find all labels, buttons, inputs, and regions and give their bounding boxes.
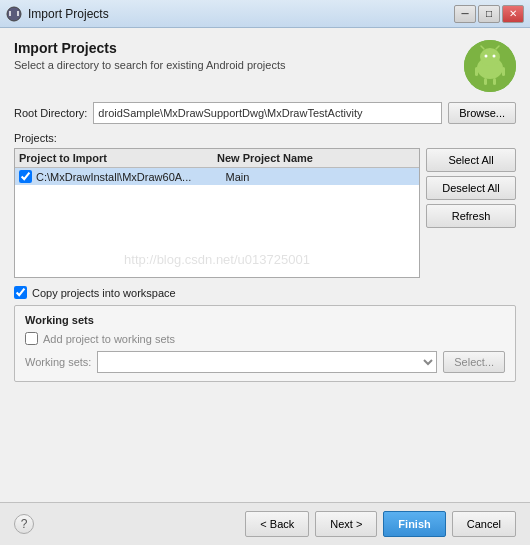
header-text: Import Projects Select a directory to se… (14, 40, 464, 71)
svg-rect-11 (502, 67, 505, 76)
close-button[interactable]: ✕ (502, 5, 524, 23)
android-logo (464, 40, 516, 92)
ws-label: Working sets: (25, 356, 91, 368)
working-sets-combo[interactable] (97, 351, 437, 373)
working-sets-row: Working sets: Select... (25, 351, 505, 373)
svg-point-0 (7, 7, 21, 21)
ws-select-button[interactable]: Select... (443, 351, 505, 373)
svg-point-5 (480, 48, 500, 66)
svg-point-7 (493, 55, 496, 58)
help-icon[interactable]: ? (14, 514, 34, 534)
minimize-button[interactable]: ─ (454, 5, 476, 23)
projects-table: Project to Import New Project Name C:\Mx… (14, 148, 420, 278)
row-project: C:\MxDrawInstall\MxDraw60A... (36, 171, 226, 183)
col-name-header: New Project Name (217, 152, 415, 164)
maximize-button[interactable]: □ (478, 5, 500, 23)
copy-checkbox[interactable] (14, 286, 27, 299)
deselect-all-button[interactable]: Deselect All (426, 176, 516, 200)
add-working-sets-checkbox[interactable] (25, 332, 38, 345)
window-controls: ─ □ ✕ (454, 5, 524, 23)
next-button[interactable]: Next > (315, 511, 377, 537)
side-buttons: Select All Deselect All Refresh (426, 148, 516, 278)
add-working-row: Add project to working sets (25, 332, 505, 345)
cancel-button[interactable]: Cancel (452, 511, 516, 537)
root-dir-label: Root Directory: (14, 107, 87, 119)
projects-area: Project to Import New Project Name C:\Mx… (14, 148, 516, 278)
svg-point-6 (485, 55, 488, 58)
watermark: http://blog.csdn.net/u013725001 (15, 252, 419, 267)
dialog-subtitle: Select a directory to search for existin… (14, 59, 464, 71)
projects-label: Projects: (14, 132, 516, 144)
dialog-title: Import Projects (14, 40, 464, 56)
svg-rect-13 (493, 78, 496, 85)
table-row[interactable]: C:\MxDrawInstall\MxDraw60A... Main (15, 168, 419, 185)
title-bar: Import Projects ─ □ ✕ (0, 0, 530, 28)
working-sets-title: Working sets (25, 314, 505, 326)
copy-row: Copy projects into workspace (14, 286, 516, 299)
app-icon (6, 6, 22, 22)
col-project-header: Project to Import (19, 152, 217, 164)
working-sets-section: Working sets Add project to working sets… (14, 305, 516, 382)
add-working-label: Add project to working sets (43, 333, 175, 345)
svg-rect-10 (475, 67, 478, 76)
header-section: Import Projects Select a directory to se… (14, 40, 516, 92)
browse-button[interactable]: Browse... (448, 102, 516, 124)
dialog-content: Import Projects Select a directory to se… (0, 28, 530, 502)
root-dir-input[interactable] (93, 102, 442, 124)
title-bar-text: Import Projects (28, 7, 454, 21)
back-button[interactable]: < Back (245, 511, 309, 537)
finish-button[interactable]: Finish (383, 511, 445, 537)
refresh-button[interactable]: Refresh (426, 204, 516, 228)
row-checkbox[interactable] (19, 170, 32, 183)
svg-rect-12 (484, 78, 487, 85)
row-name: Main (226, 171, 416, 183)
table-header: Project to Import New Project Name (15, 149, 419, 168)
select-all-button[interactable]: Select All (426, 148, 516, 172)
root-dir-row: Root Directory: Browse... (14, 102, 516, 124)
footer: ? < Back Next > Finish Cancel (0, 502, 530, 545)
copy-label: Copy projects into workspace (32, 287, 176, 299)
